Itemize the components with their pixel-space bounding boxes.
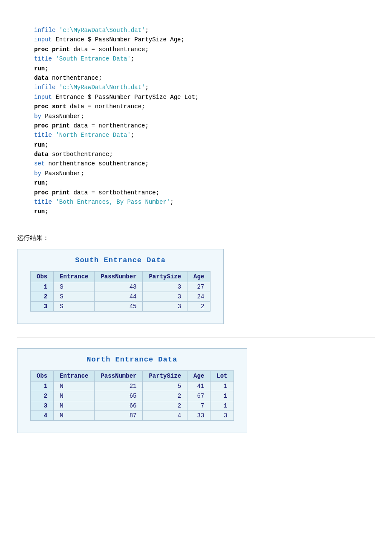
code-line: data northentrance; bbox=[34, 73, 375, 83]
code-token: PassNumber; bbox=[41, 113, 84, 120]
table-cell: 3 bbox=[143, 292, 187, 301]
table-cell: 3 bbox=[31, 401, 54, 410]
code-line: proc print data = southentrance; bbox=[34, 45, 375, 54]
table-cell: N bbox=[54, 410, 95, 420]
table-cell: 45 bbox=[95, 301, 143, 311]
north-table-section: North Entrance Data ObsEntrancePassNumbe… bbox=[17, 348, 375, 433]
table-header: PartySize bbox=[143, 271, 187, 282]
code-token: run bbox=[34, 142, 45, 148]
table-cell: 41 bbox=[187, 381, 210, 391]
code-token: 'c:\MyRawData\South.dat' bbox=[59, 27, 145, 34]
code-token: ; bbox=[131, 55, 134, 62]
code-token: print bbox=[52, 122, 70, 129]
table-cell: 5 bbox=[143, 381, 187, 391]
table-cell: 2 bbox=[31, 391, 54, 401]
table-row: 3N66271 bbox=[31, 401, 234, 410]
table-header: PassNumber bbox=[95, 370, 143, 381]
code-line: title 'South Entrance Data'; bbox=[34, 54, 375, 64]
code-token: PassNumber; bbox=[41, 170, 84, 177]
south-table-box: South Entrance Data ObsEntrancePassNumbe… bbox=[17, 249, 224, 324]
code-line: input Entrance $ PassNumber PartySize Ag… bbox=[34, 35, 375, 44]
table-cell: 66 bbox=[95, 401, 143, 410]
code-line: title 'North Entrance Data'; bbox=[34, 130, 375, 140]
code-divider bbox=[17, 227, 375, 227]
table-cell: 1 bbox=[210, 381, 233, 391]
code-token: ; bbox=[45, 142, 48, 148]
code-token: set bbox=[34, 160, 45, 167]
table-cell: 43 bbox=[95, 282, 143, 292]
code-token: run bbox=[34, 208, 45, 215]
code-token: input bbox=[34, 36, 52, 43]
code-line: proc sort data = northentrance; bbox=[34, 102, 375, 111]
table-cell: 44 bbox=[95, 292, 143, 301]
code-token: sortbothentrance; bbox=[49, 151, 113, 158]
table-row: 3S4532 bbox=[31, 301, 210, 311]
code-token: sort bbox=[52, 103, 66, 110]
north-table-title: North Entrance Data bbox=[30, 356, 234, 364]
table-cell: 1 bbox=[31, 282, 54, 292]
table-cell: N bbox=[54, 381, 95, 391]
north-table-box: North Entrance Data ObsEntrancePassNumbe… bbox=[17, 348, 247, 433]
south-table-wrapper: ObsEntrancePassNumberPartySizeAge1S43327… bbox=[30, 271, 210, 312]
code-token: ; bbox=[170, 199, 173, 205]
north-table-wrapper: ObsEntrancePassNumberPartySizeAgeLot1N21… bbox=[30, 370, 234, 421]
code-token: ; bbox=[45, 208, 48, 215]
code-token: data bbox=[34, 75, 49, 81]
table-cell: 4 bbox=[143, 410, 187, 420]
table-cell: 3 bbox=[143, 301, 187, 311]
table-header: Age bbox=[187, 370, 210, 381]
table-header: PassNumber bbox=[95, 271, 143, 282]
code-line: proc print data = northentrance; bbox=[34, 121, 375, 130]
code-token: data = northentrance; bbox=[70, 122, 149, 129]
code-token: ; bbox=[145, 27, 148, 34]
code-token: data = southentrance; bbox=[70, 46, 149, 53]
table-header: Entrance bbox=[54, 370, 95, 381]
code-token: infile bbox=[34, 84, 59, 91]
table-cell: S bbox=[54, 301, 95, 311]
table-cell: 1 bbox=[210, 391, 233, 401]
code-token: title bbox=[34, 199, 52, 205]
table-cell: 4 bbox=[31, 410, 54, 420]
table-cell: 1 bbox=[31, 381, 54, 391]
table-cell: 2 bbox=[31, 292, 54, 301]
code-token: print bbox=[52, 189, 70, 196]
code-token: data bbox=[34, 151, 49, 158]
table-header: Obs bbox=[31, 370, 54, 381]
table-cell: 2 bbox=[187, 301, 210, 311]
code-token: title bbox=[34, 55, 52, 62]
code-line: run; bbox=[34, 140, 375, 150]
run-result-label: 运行结果： bbox=[17, 234, 375, 242]
code-block: infile 'c:\MyRawData\South.dat';input En… bbox=[17, 26, 375, 217]
table-cell: 1 bbox=[210, 401, 233, 410]
table-row: 2N652671 bbox=[31, 391, 234, 401]
table-cell: S bbox=[54, 292, 95, 301]
code-token: data = northentrance; bbox=[66, 103, 145, 110]
code-token: proc bbox=[34, 103, 52, 110]
table-cell: 3 bbox=[143, 282, 187, 292]
table-cell: 3 bbox=[210, 410, 233, 420]
code-line: input Entrance $ PassNumber PartySize Ag… bbox=[34, 92, 375, 102]
code-token: by bbox=[34, 113, 41, 120]
code-token: print bbox=[52, 46, 70, 53]
code-token: run bbox=[34, 65, 45, 72]
code-line: proc print data = sortbothentrance; bbox=[34, 188, 375, 197]
code-line: infile 'c:\MyRawData\South.dat'; bbox=[34, 26, 375, 35]
table-header: Obs bbox=[31, 271, 54, 282]
code-line: run; bbox=[34, 207, 375, 216]
code-token: northentrance; bbox=[49, 75, 102, 81]
section-separator bbox=[17, 338, 375, 338]
code-token: northentrance southentrance; bbox=[45, 160, 149, 167]
code-line: infile 'c:\MyRawData\North.dat'; bbox=[34, 83, 375, 92]
code-token: input bbox=[34, 94, 52, 101]
table-row: 2S44324 bbox=[31, 292, 210, 301]
code-line: run; bbox=[34, 178, 375, 188]
code-token: ; bbox=[131, 132, 134, 139]
code-token: 'South Entrance Data' bbox=[55, 55, 130, 62]
code-token: 'Both Entrances, By Pass Number' bbox=[55, 199, 170, 205]
code-line: by PassNumber; bbox=[34, 112, 375, 121]
code-token: 'North Entrance Data' bbox=[55, 132, 130, 139]
table-cell: 24 bbox=[187, 292, 210, 301]
code-token: proc bbox=[34, 189, 52, 196]
table-cell: 65 bbox=[95, 391, 143, 401]
code-token: title bbox=[34, 132, 52, 139]
